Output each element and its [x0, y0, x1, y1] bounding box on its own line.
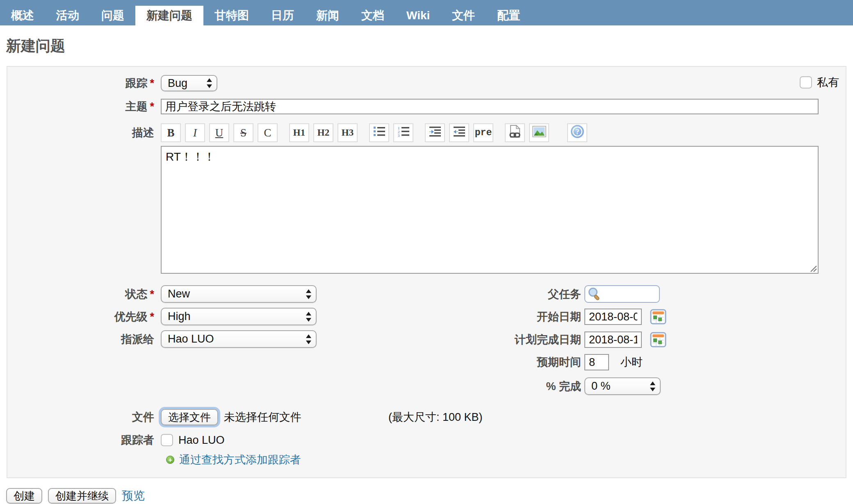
preformatted-button[interactable]: pre — [473, 123, 493, 142]
description-row: 描述 B I U S C H1 H2 H3 — [7, 123, 599, 142]
start-date-input[interactable] — [584, 309, 642, 325]
select-stepper-icon — [206, 78, 212, 89]
tab-documents[interactable]: 文档 — [350, 6, 395, 25]
add-icon: + — [166, 456, 174, 464]
status-label: 状态* — [7, 287, 154, 302]
new-issue-form: 跟踪* Bug 私有 主题* 描述 B I U S C — [7, 66, 846, 478]
due-date-input[interactable] — [584, 331, 642, 348]
private-label: 私有 — [817, 75, 839, 90]
select-stepper-icon — [650, 381, 656, 392]
subject-label: 主题* — [7, 99, 154, 114]
done-ratio-row: % 完成 0 % — [417, 377, 661, 395]
required-mark: * — [150, 77, 154, 89]
select-stepper-icon — [306, 311, 312, 322]
estimated-time-label: 预期时间 — [417, 355, 581, 370]
description-edit-row: RT！！！ — [7, 146, 819, 275]
tracker-select[interactable]: Bug — [161, 75, 217, 91]
watcher-checkbox[interactable] — [161, 434, 173, 446]
calendar-icon[interactable] — [650, 309, 666, 325]
watchers-row: 跟踪者 Hao LUO — [7, 433, 225, 447]
done-ratio-label: % 完成 — [417, 379, 581, 394]
estimated-time-input[interactable] — [584, 354, 609, 370]
required-mark: * — [150, 100, 154, 113]
subject-input[interactable] — [161, 99, 819, 114]
tab-files[interactable]: 文件 — [441, 6, 486, 25]
watcher-name: Hao LUO — [178, 434, 225, 447]
tab-activity[interactable]: 活动 — [45, 6, 90, 25]
tab-settings[interactable]: 配置 — [486, 6, 531, 25]
due-date-label: 计划完成日期 — [417, 332, 581, 347]
page-title: 新建问题 — [6, 36, 853, 56]
tracker-select-value: Bug — [168, 77, 187, 90]
tab-calendar[interactable]: 日历 — [260, 6, 305, 25]
description-toolbar: B I U S C H1 H2 H3 123 — [161, 123, 599, 142]
priority-select-value: High — [168, 310, 191, 323]
unordered-list-button[interactable] — [369, 123, 389, 142]
due-date-row: 计划完成日期 — [417, 331, 666, 348]
priority-select[interactable]: High — [161, 308, 317, 325]
watchers-label: 跟踪者 — [7, 433, 154, 447]
create-button[interactable]: 创建 — [6, 488, 42, 504]
italic-button[interactable]: I — [185, 123, 205, 142]
outdent-button[interactable] — [449, 123, 469, 142]
assignee-select-value: Hao LUO — [168, 333, 214, 345]
tab-gantt[interactable]: 甘特图 — [203, 6, 260, 25]
search-icon — [587, 287, 602, 302]
image-button[interactable] — [529, 123, 549, 142]
tab-news[interactable]: 新闻 — [305, 6, 350, 25]
bold-button[interactable]: B — [161, 123, 181, 142]
description-label: 描述 — [7, 123, 154, 142]
strikethrough-button[interactable]: S — [233, 123, 253, 142]
create-and-continue-button[interactable]: 创建并继续 — [48, 488, 116, 504]
attachments-row: 文件 选择文件 未选择任何文件 (最大尺寸: 100 KB) — [7, 409, 483, 425]
start-date-row: 开始日期 — [417, 309, 666, 325]
tab-wiki[interactable]: Wiki — [395, 6, 441, 25]
indent-icon — [429, 126, 441, 140]
private-checkbox[interactable] — [800, 76, 812, 89]
code-button[interactable]: C — [258, 123, 278, 142]
preview-link[interactable]: 预览 — [122, 488, 145, 504]
assignee-row: 指派给 Hao LUO — [7, 330, 317, 348]
description-textarea[interactable]: RT！！！ — [161, 146, 819, 274]
max-size-text: (最大尺寸: 100 KB) — [388, 410, 483, 425]
help-icon: ? — [570, 125, 584, 141]
status-select[interactable]: New — [161, 285, 317, 303]
tab-overview[interactable]: 概述 — [0, 6, 45, 25]
ol-icon: 123 — [397, 126, 410, 140]
priority-label: 优先级* — [7, 309, 154, 324]
attachments-label: 文件 — [7, 410, 154, 425]
link-button[interactable] — [505, 123, 525, 142]
calendar-icon[interactable] — [650, 331, 666, 348]
estimated-time-row: 预期时间 小时 — [417, 354, 643, 370]
select-stepper-icon — [306, 289, 312, 300]
assignee-label: 指派给 — [7, 332, 154, 347]
tab-new-issue[interactable]: 新建问题 — [135, 6, 203, 25]
tab-issues[interactable]: 问题 — [90, 6, 135, 25]
parent-task-label: 父任务 — [417, 287, 581, 302]
outdent-icon — [453, 126, 465, 140]
main-menu: 概述 活动 问题 新建问题 甘特图 日历 新闻 文档 Wiki 文件 配置 — [0, 0, 853, 25]
ordered-list-button[interactable]: 123 — [393, 123, 413, 142]
private-row: 私有 — [800, 75, 839, 90]
heading2-button[interactable]: H2 — [313, 123, 333, 142]
underline-button[interactable]: U — [209, 123, 229, 142]
done-ratio-select[interactable]: 0 % — [584, 377, 661, 395]
indent-button[interactable] — [425, 123, 445, 142]
parent-task-row: 父任务 — [417, 285, 660, 303]
image-icon — [532, 126, 546, 140]
help-button[interactable]: ? — [567, 123, 587, 142]
ul-icon — [373, 126, 385, 140]
add-watcher-link[interactable]: 通过查找方式添加跟踪者 — [179, 452, 301, 467]
heading1-button[interactable]: H1 — [289, 123, 309, 142]
assignee-select[interactable]: Hao LUO — [161, 330, 317, 348]
heading3-button[interactable]: H3 — [338, 123, 358, 142]
subject-row: 主题* — [7, 99, 819, 114]
status-select-value: New — [168, 288, 190, 300]
done-ratio-select-value: 0 % — [591, 380, 611, 393]
svg-text:3: 3 — [398, 134, 400, 137]
priority-row: 优先级* High — [7, 308, 317, 325]
svg-text:?: ? — [575, 127, 579, 136]
choose-file-button[interactable]: 选择文件 — [161, 409, 218, 425]
status-row: 状态* New — [7, 285, 317, 303]
link-icon — [509, 125, 521, 141]
